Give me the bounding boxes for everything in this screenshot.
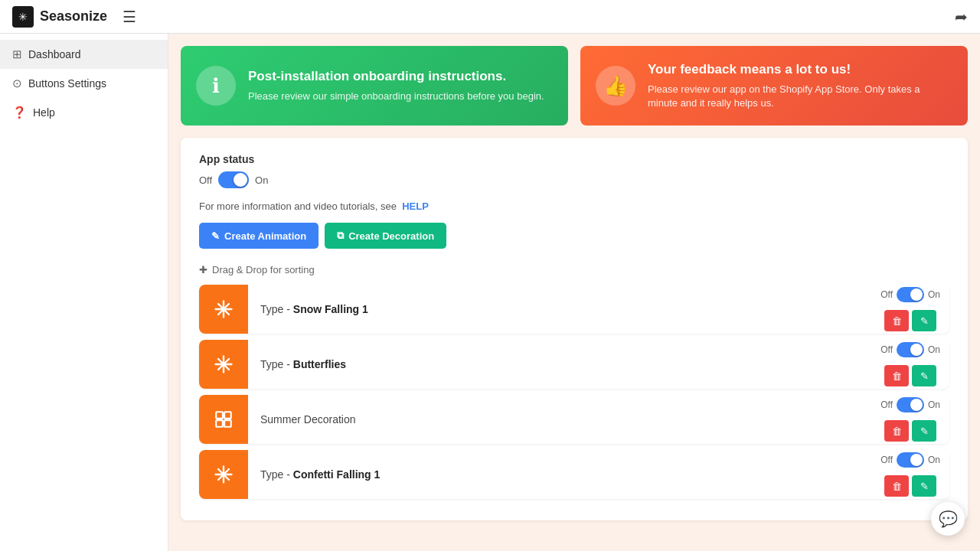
- animation-item: Type - Butterflies Off On 🗑 ✎: [199, 340, 949, 389]
- item-icon-snow: [199, 285, 248, 334]
- animation-item: Type - Confetti Falling 1 Off On 🗑 ✎: [199, 450, 949, 499]
- create-animation-button[interactable]: ✎ Create Animation: [199, 223, 318, 249]
- delete-button-snow[interactable]: 🗑: [884, 310, 909, 331]
- sidebar-item-dashboard[interactable]: ⊞ Dashboard: [0, 40, 168, 69]
- edit-button-confetti[interactable]: ✎: [912, 475, 936, 497]
- logo-icon: ✳: [12, 6, 34, 28]
- layout: ⊞ Dashboard ⊙ Buttons Settings ❓ Help ℹ …: [0, 34, 980, 551]
- onboarding-title: Post-installation onboarding instruction…: [248, 68, 544, 85]
- sidebar-item-buttons-settings-label: Buttons Settings: [28, 77, 106, 90]
- logo-container: ✳ Seasonize: [12, 6, 107, 28]
- item-toggle-confetti[interactable]: [897, 452, 924, 468]
- banner-onboarding[interactable]: ℹ Post-installation onboarding instructi…: [181, 46, 568, 126]
- item-controls-summer: Off On 🗑 ✎: [880, 397, 949, 442]
- animation-item: Summer Decoration Off On 🗑 ✎: [199, 395, 949, 444]
- sidebar-item-dashboard-label: Dashboard: [28, 48, 81, 60]
- sidebar-item-help-label: Help: [33, 106, 55, 119]
- status-card: App status Off On For more information a…: [181, 138, 968, 520]
- animation-list: Type - Snow Falling 1 Off On 🗑 ✎: [199, 285, 949, 499]
- drag-drop-label: ✚ Drag & Drop for sorting: [199, 264, 949, 276]
- help-link[interactable]: HELP: [402, 201, 429, 212]
- feedback-description: Please review our app on the Shopify App…: [648, 83, 952, 110]
- svg-rect-3: [224, 421, 231, 428]
- hamburger-icon[interactable]: ☰: [122, 8, 136, 26]
- decoration-icon: ⧉: [337, 230, 344, 242]
- svg-rect-0: [216, 412, 223, 419]
- chat-icon: 💬: [939, 510, 958, 528]
- toggle-row: Off On: [199, 171, 949, 188]
- edit-button-butterflies[interactable]: ✎: [912, 365, 936, 386]
- item-toggle-snow[interactable]: [897, 287, 924, 302]
- onboarding-description: Please review our simple onboarding inst…: [248, 90, 544, 103]
- info-text: For more information and video tutorials…: [199, 201, 949, 212]
- item-info-confetti: Type - Confetti Falling 1: [248, 468, 880, 481]
- create-decoration-button[interactable]: ⧉ Create Decoration: [325, 223, 446, 249]
- sidebar-item-help[interactable]: ❓ Help: [0, 98, 168, 127]
- item-toggle-butterflies[interactable]: [897, 342, 924, 357]
- status-title: App status: [199, 153, 949, 165]
- edit-button-snow[interactable]: ✎: [912, 310, 936, 331]
- item-info-snow: Type - Snow Falling 1: [248, 303, 880, 315]
- off-label: Off: [199, 174, 212, 186]
- drag-drop-text: Drag & Drop for sorting: [212, 264, 315, 276]
- item-info-butterflies: Type - Butterflies: [248, 358, 880, 370]
- animation-item: Type - Snow Falling 1 Off On 🗑 ✎: [199, 285, 949, 334]
- svg-rect-1: [224, 412, 231, 419]
- on-label: On: [255, 174, 268, 186]
- onboarding-text: Post-installation onboarding instruction…: [248, 68, 544, 103]
- help-icon: ❓: [12, 106, 27, 119]
- item-controls-snow: Off On 🗑 ✎: [880, 287, 949, 331]
- logo-text: Seasonize: [40, 8, 107, 24]
- item-icon-confetti: [199, 450, 248, 499]
- item-icon-summer: [199, 395, 248, 444]
- edit-button-summer[interactable]: ✎: [912, 420, 936, 442]
- feedback-icon: 👍: [596, 66, 635, 106]
- main-content: ℹ Post-installation onboarding instructi…: [168, 34, 980, 551]
- dashboard-icon: ⊞: [12, 47, 22, 61]
- item-toggle-summer[interactable]: [897, 397, 924, 412]
- sidebar-item-buttons-settings[interactable]: ⊙ Buttons Settings: [0, 69, 168, 98]
- item-icon-butterflies: [199, 340, 248, 389]
- wand-icon: ✎: [211, 230, 220, 242]
- banner-feedback[interactable]: 👍 Your feedback means a lot to us! Pleas…: [580, 46, 968, 126]
- item-controls-butterflies: Off On 🗑 ✎: [880, 342, 949, 386]
- delete-button-butterflies[interactable]: 🗑: [884, 365, 909, 386]
- action-buttons: ✎ Create Animation ⧉ Create Decoration: [199, 223, 949, 249]
- feedback-text: Your feedback means a lot to us! Please …: [648, 61, 952, 110]
- sidebar: ⊞ Dashboard ⊙ Buttons Settings ❓ Help: [0, 34, 168, 551]
- item-controls-confetti: Off On 🗑 ✎: [880, 452, 949, 497]
- buttons-settings-icon: ⊙: [12, 77, 22, 90]
- banners-row: ℹ Post-installation onboarding instructi…: [181, 46, 968, 126]
- delete-button-confetti[interactable]: 🗑: [884, 475, 909, 497]
- exit-icon[interactable]: ➦: [955, 8, 968, 26]
- app-status-toggle[interactable]: [218, 171, 249, 188]
- delete-button-summer[interactable]: 🗑: [884, 420, 909, 442]
- svg-rect-2: [216, 421, 223, 428]
- drag-drop-icon: ✚: [199, 264, 207, 276]
- onboarding-icon: ℹ: [196, 66, 236, 106]
- item-info-summer: Summer Decoration: [248, 413, 880, 425]
- header-left: ✳ Seasonize ☰: [12, 6, 136, 28]
- feedback-title: Your feedback means a lot to us!: [648, 61, 952, 78]
- chat-widget[interactable]: 💬: [931, 502, 965, 536]
- top-header: ✳ Seasonize ☰ ➦: [0, 0, 980, 34]
